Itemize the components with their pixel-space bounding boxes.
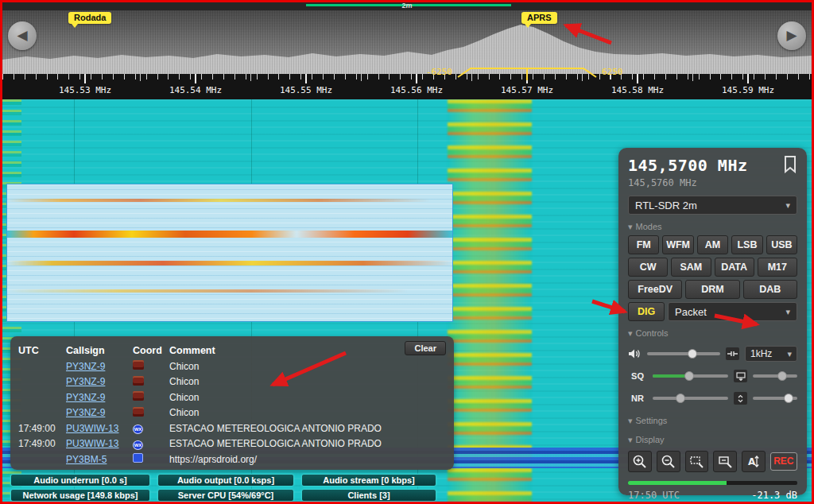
signal-streak (7, 199, 452, 202)
secondary-level-thumb[interactable] (784, 394, 793, 403)
wx-station-icon[interactable]: WX (133, 440, 143, 450)
settings-section-header[interactable]: ▾Settings (628, 416, 797, 426)
aprsdroid-icon[interactable] (133, 453, 143, 463)
server-cpu-button[interactable]: Server CPU [54%/69°C] (157, 489, 294, 502)
audio-output-button[interactable]: Audio output [0.0 ksps] (157, 474, 294, 487)
wx-station-icon[interactable]: WX (133, 425, 143, 434)
arrow-right-icon: ▶ (786, 28, 797, 43)
noise-reduction-label[interactable]: NR (628, 394, 647, 403)
callsign-link[interactable]: PY3NZ-9 (66, 407, 133, 418)
car-icon[interactable] (133, 376, 144, 386)
bookmark-label: APRS (527, 13, 552, 22)
squelch-fill (653, 374, 687, 378)
scale-label: 145.57 MHz (501, 85, 553, 95)
mode-button-sam[interactable]: SAM (671, 258, 711, 277)
mode-button-dab[interactable]: DAB (743, 280, 797, 299)
squelch-label[interactable]: SQ (628, 371, 647, 381)
network-usage-button[interactable]: Network usage [149.8 kbps] (10, 489, 150, 502)
car-icon[interactable] (133, 391, 144, 401)
squelch-slider[interactable] (653, 374, 728, 378)
waterfall-auto-icon[interactable] (734, 370, 747, 382)
waterfall-level-slider[interactable] (753, 374, 797, 378)
profile-value: RTL-SDR 2m (635, 200, 697, 211)
mode-button-am[interactable]: AM (697, 235, 728, 254)
clients-button[interactable]: Clients [3] (301, 489, 436, 502)
message-table-header: UTC Callsign Coord Comment Clear (18, 342, 446, 359)
squelch-slider-thumb[interactable] (684, 371, 694, 381)
squelch-auto-icon[interactable] (726, 347, 739, 360)
bookmark-rodada[interactable]: Rodada (68, 12, 111, 24)
mode-button-wfm[interactable]: WFM (662, 235, 693, 254)
digital-mode-value: Packet (675, 306, 707, 318)
controls-section-header[interactable]: ▾Controls (628, 328, 797, 339)
mode-button-fm[interactable]: FM (628, 235, 659, 254)
scroll-right-button[interactable]: ▶ (777, 21, 806, 50)
callsign-link[interactable]: PY3NZ-9 (66, 376, 133, 387)
audio-stream-button[interactable]: Audio stream [0 kbps] (301, 474, 436, 487)
mode-button-lsb[interactable]: LSB (731, 235, 762, 254)
message-comment: Chicon (169, 361, 446, 372)
bandwidth-select[interactable]: 1kHz ▾ (745, 346, 797, 362)
arrow-left-icon: ◀ (17, 28, 27, 43)
message-row: PY3NZ-9 Chicon (18, 405, 446, 421)
message-comment: ESTACAO METEREOLOGICA ANTONIO PRADO (169, 423, 446, 434)
mode-button-dig[interactable]: DIG (628, 302, 665, 321)
bookmark-icon[interactable] (783, 156, 797, 173)
header-coord: Coord (133, 345, 169, 356)
zoom-in-button[interactable] (628, 451, 652, 472)
callsign-link[interactable]: PY3BM-5 (66, 454, 133, 465)
bookmark-aprs[interactable]: APRS (521, 12, 557, 24)
volume-slider-thumb[interactable] (688, 349, 697, 359)
chevron-down-icon: ▾ (785, 200, 790, 211)
scroll-left-button[interactable]: ◀ (8, 21, 37, 50)
noise-reduction-thumb[interactable] (676, 394, 685, 403)
waterfall-colors-auto-button[interactable]: A (742, 451, 766, 472)
secondary-level-slider[interactable] (753, 397, 797, 400)
car-icon[interactable] (133, 407, 144, 417)
caret-down-icon: ▾ (628, 222, 633, 231)
level-adjust-icon[interactable] (734, 392, 747, 405)
tuned-frequency[interactable]: 145,5700 MHz (628, 156, 748, 175)
callsign-link[interactable]: PY3NZ-9 (66, 361, 133, 372)
major-tick (195, 74, 196, 83)
audio-underrun-button[interactable]: Audio underrun [0.0 s] (10, 474, 150, 487)
volume-slider[interactable] (647, 352, 720, 355)
aprs-message-panel: UTC Callsign Coord Comment Clear PY3NZ-9… (10, 336, 454, 470)
mode-button-drm[interactable]: DRM (685, 280, 739, 299)
mode-button-freedv[interactable]: FreeDV (628, 280, 682, 299)
frequency-scale[interactable]: 145.53 MHz 145.54 MHz 145.55 MHz 145.56 … (2, 74, 812, 99)
mode-button-usb[interactable]: USB (766, 235, 797, 254)
zoom-out-button[interactable] (657, 451, 680, 472)
car-icon[interactable] (133, 360, 144, 370)
speaker-icon[interactable] (628, 348, 642, 359)
mid-tick (140, 74, 141, 81)
mode-button-m17[interactable]: M17 (758, 258, 797, 277)
header-callsign: Callsign (66, 345, 133, 356)
callsign-link[interactable]: PU3WIW-13 (66, 423, 133, 434)
mode-button-data[interactable]: DATA (715, 258, 754, 277)
message-comment: Chicon (169, 376, 446, 387)
mode-button-cw[interactable]: CW (628, 258, 668, 277)
display-section-header[interactable]: ▾Display (628, 435, 797, 445)
status-bar: Audio underrun [0.0 s] Audio output [0.0… (10, 474, 436, 502)
profile-select[interactable]: RTL-SDR 2m ▾ (628, 196, 797, 215)
digital-mode-select[interactable]: Packet ▾ (668, 302, 797, 321)
band-strip: 2m (2, 2, 812, 10)
display-section-label: Display (636, 435, 665, 444)
major-tick (84, 74, 86, 83)
callsign-link[interactable]: PU3WIW-13 (66, 438, 133, 449)
chevron-down-icon: ▾ (787, 349, 792, 359)
caret-down-icon: ▾ (628, 328, 633, 338)
record-button[interactable]: REC (770, 452, 797, 471)
zoom-full-button[interactable] (713, 451, 737, 472)
spectrum-analyzer[interactable] (2, 10, 812, 74)
noise-reduction-slider[interactable] (653, 397, 728, 400)
message-utc: 17:49:00 (18, 423, 66, 434)
zoom-selection-button[interactable] (685, 451, 709, 472)
audio-buffer-bar (628, 481, 797, 485)
clear-button[interactable]: Clear (405, 341, 446, 355)
waterfall-level-thumb[interactable] (777, 371, 787, 381)
openwebrx-app: 2m ◀ ▶ Rodada APRS 145.53 MHz 145.54 MHz… (0, 0, 814, 504)
modes-section-header[interactable]: ▾Modes (628, 222, 797, 232)
callsign-link[interactable]: PY3NZ-9 (66, 392, 133, 403)
